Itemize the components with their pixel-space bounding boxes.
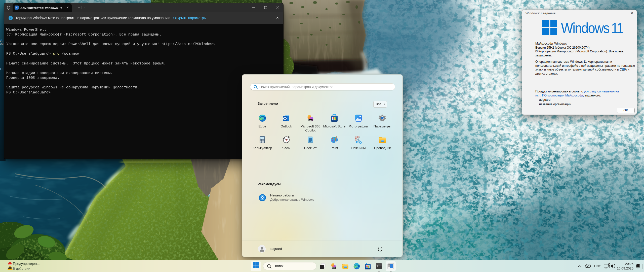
svg-text:M365: M365 <box>309 119 312 121</box>
svg-text:П: П <box>0 67 3 71</box>
svg-text:M365: M365 <box>332 267 336 269</box>
svg-text:z: z <box>639 263 640 265</box>
svg-text:Д: Д <box>0 38 2 42</box>
svg-text:1: 1 <box>9 262 11 265</box>
svg-text:си: си <box>0 42 4 46</box>
svg-text:>_: >_ <box>377 265 380 268</box>
